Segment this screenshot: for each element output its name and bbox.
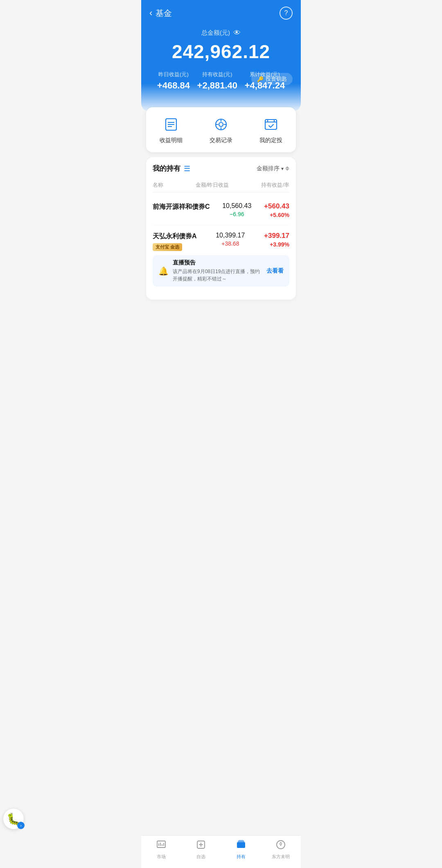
- svg-rect-10: [265, 120, 277, 129]
- fund-amount-0: 10,560.43: [222, 202, 251, 210]
- dropdown-icon: ▾: [281, 166, 284, 172]
- quick-action-earnings[interactable]: 收益明细: [160, 115, 183, 144]
- yesterday-earning-value: +468.84: [157, 80, 190, 91]
- quick-label-trades: 交易记录: [210, 137, 232, 144]
- live-title: 直播预告: [173, 259, 262, 267]
- back-chevron-icon: ‹: [149, 8, 152, 18]
- quick-action-auto-invest[interactable]: 我的定投: [259, 115, 282, 144]
- earnings-detail-icon: [162, 115, 180, 133]
- auto-invest-icon: [262, 115, 280, 133]
- fund-daily-0: −6.96: [222, 211, 251, 217]
- key-icon: 🔑: [257, 76, 264, 82]
- live-watch-button[interactable]: 去看看: [266, 267, 284, 275]
- col-header-profit: 持有收益/率: [261, 181, 289, 189]
- fund-item-0[interactable]: 前海开源祥和债券C 10,560.43 −6.96 +560.43 +5.60%: [153, 196, 289, 225]
- quick-action-trades[interactable]: 交易记录: [210, 115, 232, 144]
- column-headers: 名称 金额/昨日收益 持有收益/率: [153, 178, 289, 192]
- held-earning: 持有收益(元) +2,881.40: [197, 71, 237, 91]
- fund-item-1[interactable]: 天弘永利债券A 支付宝 金选 10,399.17 +38.68 +399.17 …: [153, 225, 289, 293]
- eye-icon[interactable]: 👁: [233, 29, 241, 37]
- yesterday-earning-label: 昨日收益(元): [157, 71, 190, 78]
- fund-name-0: 前海开源祥和债券C: [153, 202, 210, 211]
- invest-key-label: 投资钥匙: [266, 75, 287, 83]
- holdings-title: 我的持有: [153, 164, 180, 173]
- svg-point-5: [219, 122, 223, 127]
- live-desc: 该产品将在9月08日19点进行直播，预约开播提醒，精彩不错过～: [173, 268, 262, 283]
- list-filter-icon[interactable]: ☰: [184, 164, 190, 173]
- total-amount-label: 总金额(元): [201, 29, 230, 37]
- sort-order-icon: [285, 166, 289, 171]
- quick-label-auto-invest: 我的定投: [259, 137, 282, 144]
- fund-profit-rate-0: +5.60%: [264, 212, 289, 218]
- sort-label: 金额排序: [257, 165, 280, 172]
- fund-amount-1: 10,399.17: [216, 232, 245, 239]
- sort-button[interactable]: 金额排序 ▾: [257, 165, 289, 172]
- page-title: 基金: [156, 8, 172, 19]
- total-amount-value: 242,962.12: [149, 41, 293, 63]
- held-earning-label: 持有收益(元): [197, 71, 237, 78]
- col-header-amount: 金额/昨日收益: [196, 181, 229, 189]
- fund-profit-0: +560.43: [264, 202, 289, 210]
- fund-profit-rate-1: +3.99%: [264, 241, 289, 248]
- back-button[interactable]: ‹ 基金: [149, 8, 172, 19]
- help-icon: ?: [284, 9, 288, 17]
- fund-profit-1: +399.17: [264, 232, 289, 240]
- col-header-name: 名称: [153, 181, 163, 189]
- help-button[interactable]: ?: [280, 7, 293, 20]
- live-broadcast-banner: 🔔 直播预告 该产品将在9月08日19点进行直播，预约开播提醒，精彩不错过～ 去…: [153, 255, 289, 287]
- fund-name-1: 天弘永利债券A: [153, 232, 197, 241]
- live-content: 直播预告 该产品将在9月08日19点进行直播，预约开播提醒，精彩不错过～: [173, 259, 262, 283]
- held-earning-value: +2,881.40: [197, 80, 237, 91]
- alipay-gold-tag: 支付宝 金选: [153, 243, 182, 251]
- invest-key-button[interactable]: 🔑 投资钥匙: [251, 73, 293, 85]
- live-bell-icon: 🔔: [158, 266, 169, 276]
- trade-records-icon: [212, 115, 230, 133]
- yesterday-earning: 昨日收益(元) +468.84: [157, 71, 190, 91]
- quick-label-earnings: 收益明细: [160, 137, 183, 144]
- quick-actions-card: 收益明细 交易记录: [146, 107, 296, 152]
- fund-daily-1: +38.68: [216, 240, 245, 247]
- holdings-section: 我的持有 ☰ 金额排序 ▾ 名称 金额/昨日收益 持有收益/率 前海开源祥和债券…: [146, 157, 296, 300]
